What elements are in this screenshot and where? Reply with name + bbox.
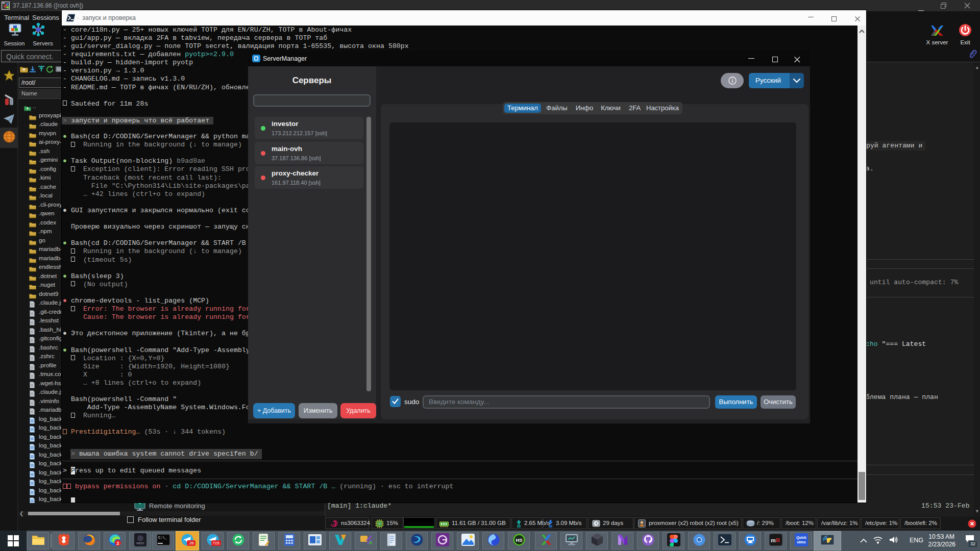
svg-text:C:\_: C:\_	[158, 536, 167, 540]
svg-text:FRST: FRST	[136, 542, 144, 545]
svg-text:Quick: Quick	[796, 536, 806, 540]
svg-text:utmo: utmo	[797, 540, 805, 544]
svg-text:R: R	[776, 537, 780, 543]
svg-text:m: m	[771, 537, 776, 543]
svg-text:2: 2	[116, 541, 119, 546]
svg-text:HS: HS	[516, 537, 522, 543]
